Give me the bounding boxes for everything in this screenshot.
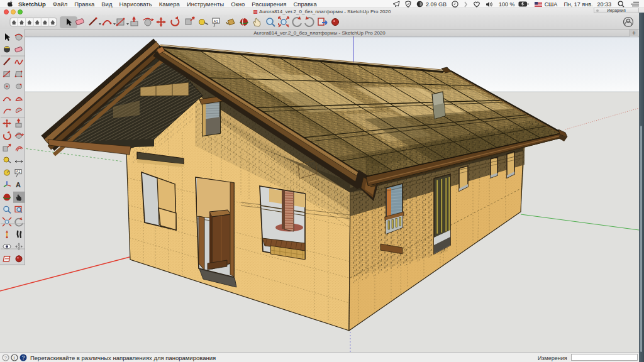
svg-text:i: i bbox=[13, 355, 14, 361]
svg-text:A1: A1 bbox=[214, 19, 219, 23]
svg-text:?: ? bbox=[22, 354, 25, 361]
svg-text:?: ? bbox=[4, 355, 8, 361]
svg-text:A: A bbox=[16, 181, 21, 189]
svg-text:A1: A1 bbox=[16, 170, 21, 173]
